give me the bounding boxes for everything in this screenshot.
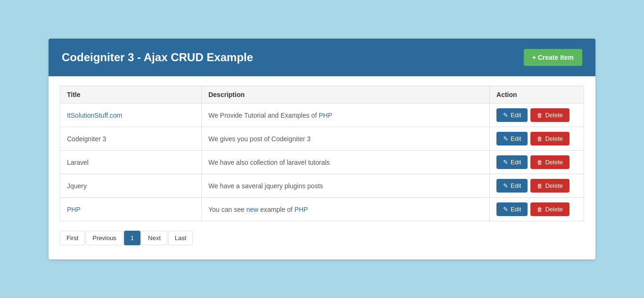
delete-label: Delete	[545, 182, 563, 189]
cell-title: Jquery	[60, 174, 202, 198]
description-php-link[interactable]: PHP	[294, 206, 308, 213]
trash-icon	[537, 135, 543, 142]
items-table: Title Description Action ItSolutionStuff…	[60, 86, 584, 221]
pencil-icon	[503, 135, 508, 142]
column-header-description: Description	[201, 86, 489, 104]
cell-description: We gives you post of Codeigniter 3	[201, 127, 489, 151]
main-container: Codeigniter 3 - Ajax CRUD Example + Crea…	[49, 39, 595, 259]
edit-label: Edit	[511, 135, 521, 142]
pagination: First Previous 1 Next Last	[60, 231, 584, 245]
action-buttons: Edit Delete	[496, 179, 577, 193]
edit-button[interactable]: Edit	[496, 202, 528, 216]
table-row: Jquery We have a saveral jquery plugins …	[60, 174, 584, 198]
create-item-button[interactable]: + Create Item	[524, 49, 582, 66]
delete-button[interactable]: Delete	[530, 108, 570, 122]
cell-description: We Provide Tutorial and Examples of PHP	[201, 104, 489, 127]
cell-title: Codeigniter 3	[60, 127, 202, 151]
pagination-first-button[interactable]: First	[60, 231, 85, 245]
description-php-link[interactable]: PHP	[319, 112, 332, 119]
title-link[interactable]: ItSolutionStuff.com	[67, 112, 122, 119]
pagination-next-button[interactable]: Next	[141, 231, 167, 245]
action-buttons: Edit Delete	[496, 108, 577, 122]
cell-action: Edit Delete	[490, 127, 584, 151]
cell-action: Edit Delete	[490, 104, 584, 127]
pagination-current-page[interactable]: 1	[124, 231, 140, 245]
table-wrapper: Title Description Action ItSolutionStuff…	[49, 76, 595, 259]
edit-button[interactable]: Edit	[496, 108, 528, 122]
pencil-icon	[503, 112, 508, 119]
action-buttons: Edit Delete	[496, 202, 577, 216]
trash-icon	[537, 159, 543, 166]
table-row: Codeigniter 3 We gives you post of Codei…	[60, 127, 584, 151]
column-header-title: Title	[60, 86, 202, 104]
pencil-icon	[503, 206, 508, 213]
cell-title: Laravel	[60, 151, 202, 174]
page-header: Codeigniter 3 - Ajax CRUD Example + Crea…	[49, 39, 595, 76]
table-row: Laravel We have also collection of larav…	[60, 151, 584, 174]
delete-label: Delete	[545, 159, 563, 166]
cell-description: We have also collection of laravel tutor…	[201, 151, 489, 174]
edit-label: Edit	[511, 182, 521, 189]
description-new-link[interactable]: new	[246, 206, 258, 213]
cell-description: You can see new example of PHP	[201, 198, 489, 221]
action-buttons: Edit Delete	[496, 132, 577, 145]
trash-icon	[537, 182, 543, 189]
edit-label: Edit	[511, 112, 521, 119]
cell-action: Edit Delete	[490, 151, 584, 174]
edit-button[interactable]: Edit	[496, 132, 528, 145]
delete-label: Delete	[545, 112, 563, 119]
title-link[interactable]: PHP	[67, 206, 81, 213]
delete-label: Delete	[545, 135, 563, 142]
table-header-row: Title Description Action	[60, 86, 584, 104]
delete-label: Delete	[545, 206, 563, 213]
delete-button[interactable]: Delete	[530, 202, 570, 216]
cell-action: Edit Delete	[490, 198, 584, 221]
edit-button[interactable]: Edit	[496, 179, 528, 193]
cell-title: ItSolutionStuff.com	[60, 104, 202, 127]
delete-button[interactable]: Delete	[530, 155, 570, 169]
pagination-previous-button[interactable]: Previous	[86, 231, 123, 245]
pagination-last-button[interactable]: Last	[168, 231, 193, 245]
trash-icon	[537, 112, 543, 119]
edit-label: Edit	[511, 159, 521, 166]
action-buttons: Edit Delete	[496, 155, 577, 169]
table-row: PHP You can see new example of PHP Edit …	[60, 198, 584, 221]
cell-description: We have a saveral jquery plugins posts	[201, 174, 489, 198]
pencil-icon	[503, 159, 508, 166]
table-row: ItSolutionStuff.com We Provide Tutorial …	[60, 104, 584, 127]
cell-title: PHP	[60, 198, 202, 221]
column-header-action: Action	[490, 86, 584, 104]
edit-button[interactable]: Edit	[496, 155, 528, 169]
cell-action: Edit Delete	[490, 174, 584, 198]
page-title: Codeigniter 3 - Ajax CRUD Example	[62, 51, 253, 64]
pencil-icon	[503, 182, 508, 189]
trash-icon	[537, 206, 543, 213]
delete-button[interactable]: Delete	[530, 132, 570, 145]
delete-button[interactable]: Delete	[530, 179, 570, 193]
edit-label: Edit	[511, 206, 521, 213]
